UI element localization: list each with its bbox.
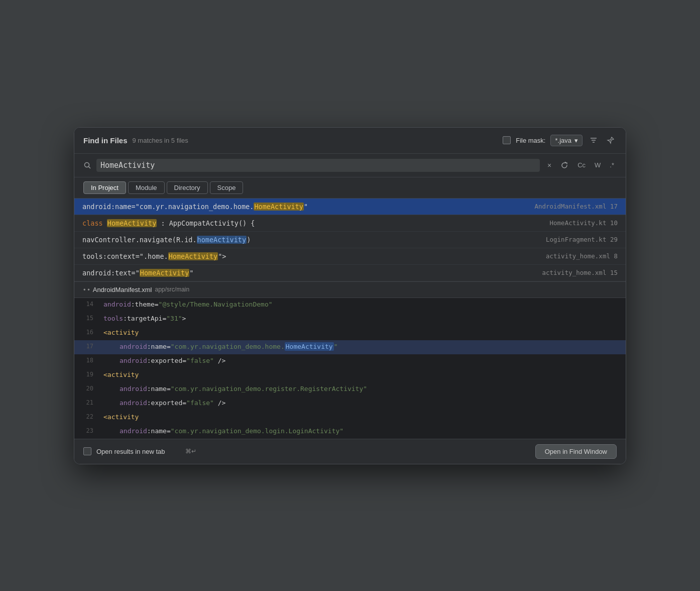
result-text: android:name="com.yr.navigation_demo.hom… (82, 203, 534, 211)
svg-point-3 (85, 162, 89, 167)
new-tab-label: Open results in new tab (96, 448, 165, 455)
line-number: 22 (74, 411, 99, 423)
line-content: android:exported="false" /> (99, 397, 626, 409)
footer-shortcut: ⌘↵ (185, 448, 196, 455)
table-row[interactable]: android:text="HomeActivity" activity_hom… (74, 265, 626, 281)
tab-scope[interactable]: Scope (210, 181, 244, 194)
table-row[interactable]: class HomeActivity : AppCompatActivity()… (74, 215, 626, 232)
code-line: 20 android:name="com.yr.navigation_demo.… (74, 382, 626, 397)
regex-btn[interactable]: .* (607, 160, 617, 170)
results-list: android:name="com.yr.navigation_demo.hom… (74, 199, 626, 281)
line-number: 21 (74, 397, 99, 409)
line-number: 19 (74, 368, 99, 380)
line-number: 14 (74, 298, 99, 310)
breadcrumb-dots: • • (83, 286, 90, 293)
line-number: 18 (74, 354, 99, 366)
line-content: android:name="com.yr.navigation_demo.hom… (99, 340, 626, 353)
refresh-icon (560, 161, 568, 169)
result-file: LoginFragment.kt 29 (546, 236, 618, 243)
breadcrumb-path: app/src/main (155, 286, 190, 293)
line-content: <activity (99, 326, 626, 339)
clear-icon: × (547, 161, 551, 169)
result-text: navController.navigate(R.id.homeActivity… (82, 236, 546, 244)
line-content: tools:targetApi="31"> (99, 312, 626, 325)
file-mask-label: File mask: (516, 137, 545, 144)
result-text: android:text="HomeActivity" (82, 269, 542, 277)
line-number: 20 (74, 382, 99, 395)
file-mask-dropdown[interactable]: *.java ▾ (550, 135, 582, 146)
result-text: class HomeActivity : AppCompatActivity()… (82, 219, 550, 227)
code-line: 15 tools:targetApi="31"> (74, 312, 626, 326)
word-btn[interactable]: W (592, 160, 603, 170)
search-bar: × Cc W .* (74, 154, 626, 177)
code-line: 19 <activity (74, 368, 626, 382)
search-icon-btn[interactable] (83, 161, 91, 169)
search-icon (83, 161, 91, 169)
table-row[interactable]: tools:context=".home.HomeActivity"> acti… (74, 248, 626, 265)
file-mask-value: *.java (555, 137, 571, 144)
match-count: 9 matches in 5 files (133, 137, 188, 144)
case-icon: Cc (577, 161, 586, 169)
tab-module[interactable]: Module (128, 181, 165, 194)
result-text: tools:context=".home.HomeActivity"> (82, 252, 546, 260)
line-content: <activity (99, 411, 626, 423)
result-file: activity_home.xml 15 (542, 269, 618, 276)
dialog-title: Find in Files (83, 136, 128, 145)
case-btn[interactable]: Cc (575, 160, 588, 170)
word-icon: W (595, 161, 601, 169)
code-line: 16 <activity (74, 326, 626, 340)
line-number: 15 (74, 312, 99, 324)
file-breadcrumb: • • AndroidManifest.xml app/src/main (74, 281, 626, 298)
code-line: 18 android:exported="false" /> (74, 354, 626, 368)
line-content: android:name="com.yr.navigation_demo.log… (99, 425, 626, 437)
table-row[interactable]: android:name="com.yr.navigation_demo.hom… (74, 199, 626, 215)
result-file: activity_home.xml 8 (546, 252, 618, 260)
scope-tabs: In Project Module Directory Scope (74, 177, 626, 199)
line-number: 23 (74, 425, 99, 437)
dialog-header: Find in Files 9 matches in 5 files File … (74, 128, 626, 154)
new-tab-checkbox[interactable] (83, 447, 91, 455)
line-content: android:exported="false" /> (99, 354, 626, 367)
tab-directory[interactable]: Directory (167, 181, 208, 194)
code-line: 14 android:theme="@style/Theme.Navigatio… (74, 298, 626, 312)
pin-icon-btn[interactable] (605, 135, 617, 145)
search-input[interactable] (96, 159, 540, 172)
open-find-window-button[interactable]: Open in Find Window (535, 444, 617, 459)
refresh-btn[interactable] (558, 160, 571, 171)
line-content: android:theme="@style/Theme.NavigationDe… (99, 298, 626, 311)
line-number: 16 (74, 326, 99, 338)
table-row[interactable]: navController.navigate(R.id.homeActivity… (74, 232, 626, 248)
footer-left: Open results in new tab ⌘↵ (83, 447, 196, 455)
header-right: File mask: *.java ▾ (503, 135, 617, 146)
breadcrumb-filename: AndroidManifest.xml (93, 286, 152, 293)
line-content: android:name="com.yr.navigation_demo.reg… (99, 382, 626, 395)
pin-icon (607, 136, 615, 144)
code-line-highlighted: 17 android:name="com.yr.navigation_demo.… (74, 340, 626, 354)
regex-icon: .* (610, 161, 614, 169)
code-line: 23 android:name="com.yr.navigation_demo.… (74, 425, 626, 439)
code-line: 21 android:exported="false" /> (74, 397, 626, 411)
tab-in-project[interactable]: In Project (83, 181, 126, 194)
code-line: 22 <activity (74, 411, 626, 425)
find-in-files-dialog: Find in Files 9 matches in 5 files File … (74, 127, 626, 464)
line-content: <activity (99, 368, 626, 381)
filter-icon (590, 136, 598, 144)
file-mask-chevron-icon: ▾ (574, 137, 578, 144)
header-left: Find in Files 9 matches in 5 files (83, 136, 188, 145)
search-actions: × Cc W .* (545, 160, 617, 171)
result-file: HomeActivity.kt 10 (550, 219, 618, 227)
dialog-footer: Open results in new tab ⌘↵ Open in Find … (74, 439, 626, 464)
code-area: 14 android:theme="@style/Theme.Navigatio… (74, 298, 626, 439)
svg-line-4 (89, 166, 91, 168)
filter-icon-btn[interactable] (588, 135, 600, 145)
result-file: AndroidManifest.xml 17 (534, 203, 618, 210)
clear-search-btn[interactable]: × (545, 160, 554, 171)
file-mask-checkbox[interactable] (503, 136, 511, 144)
line-number: 17 (74, 340, 99, 352)
